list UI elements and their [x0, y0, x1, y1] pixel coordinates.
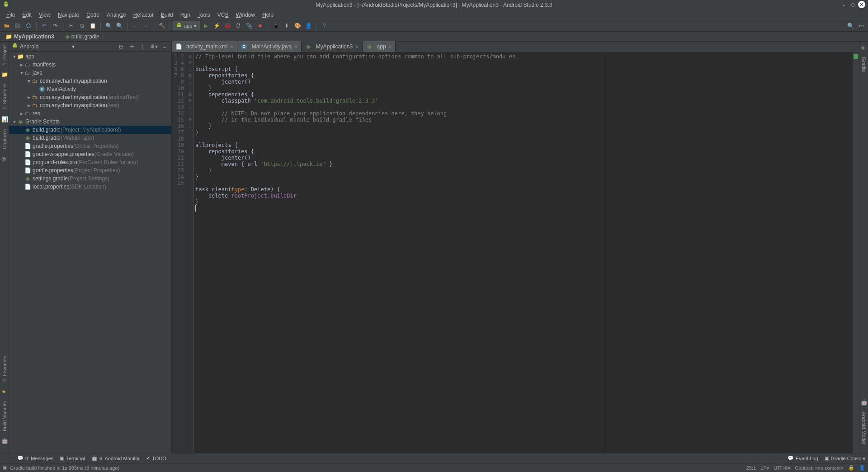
tree-row[interactable]: ▾📁app [9, 52, 171, 61]
project-tree[interactable]: ▾📁app▸🗀manifests▾🗀java▾🗀com.anychart.mya… [9, 52, 171, 453]
status-line-separator[interactable]: LF≠ [760, 465, 769, 471]
tree-row[interactable]: ◉settings.gradle (Project Settings) [9, 175, 171, 183]
tool-structure[interactable]: 7: Structure [2, 84, 7, 110]
tool-messages[interactable]: 💬0: Messages [17, 455, 53, 461]
tree-row[interactable]: ◉build.gradle (Module: app) [9, 134, 171, 142]
back-icon[interactable]: ← [130, 21, 140, 31]
gear-icon[interactable]: ⚙▾ [150, 42, 158, 51]
attach-icon[interactable]: 📎 [244, 21, 254, 31]
hide-icon[interactable]: ⫠ [160, 42, 169, 51]
expand-icon[interactable]: ▾ [19, 70, 24, 76]
expand-icon[interactable]: ▾ [12, 118, 17, 125]
avd-icon[interactable]: 📱 [271, 21, 281, 31]
close-tab-icon[interactable]: × [389, 44, 392, 49]
tool-build-variants[interactable]: Build Variants [2, 401, 7, 431]
tool-event-log[interactable]: 💬Event Log [788, 455, 818, 461]
make-icon[interactable]: 🔨 [157, 21, 167, 31]
tool-project[interactable]: 1: Project [2, 44, 7, 65]
tool-android-monitor[interactable]: 🤖6: Android Monitor [91, 455, 140, 461]
status-encoding[interactable]: UTF-8≠ [774, 465, 790, 471]
lock-icon[interactable]: 🔒 [848, 465, 854, 471]
tool-android-model[interactable]: Android Model [861, 412, 867, 444]
project-view-selector[interactable]: Android ▾ [12, 42, 114, 50]
tree-row[interactable]: ▸🗀com.anychart.myapplication (androidTes… [9, 93, 171, 101]
tree-row[interactable]: 📄proguard-rules.pro (ProGuard Rules for … [9, 158, 171, 166]
code-editor[interactable]: // Top-level build file where you can ad… [193, 52, 606, 453]
tool-terminal[interactable]: ▣Terminal [60, 455, 85, 461]
run-config-selector[interactable]: app ▾ [173, 21, 200, 30]
close-tab-icon[interactable]: × [355, 44, 358, 49]
tree-row[interactable]: CMainActivity [9, 85, 171, 93]
sync-icon[interactable] [24, 21, 33, 31]
tree-row[interactable]: ▾◉Gradle Scripts [9, 118, 171, 126]
menu-run[interactable]: Run [177, 11, 194, 19]
search-everywhere-icon[interactable]: 🔍 [845, 21, 855, 31]
expand-icon[interactable]: ▸ [26, 94, 32, 100]
tool-captures[interactable]: Captures [2, 129, 7, 149]
tree-row[interactable]: 📄local.properties (SDK Location) [9, 183, 171, 191]
open-icon[interactable] [2, 21, 12, 31]
save-all-icon[interactable] [13, 21, 23, 31]
tree-row[interactable]: ▸🗀com.anychart.myapplication (test) [9, 101, 171, 109]
minimize-button[interactable]: ⌄ [840, 1, 847, 8]
debug-icon[interactable]: 🐞 [222, 21, 232, 31]
find-icon[interactable]: 🔍 [104, 21, 113, 31]
menu-edit[interactable]: Edit [19, 11, 35, 19]
menu-window[interactable]: Window [232, 11, 259, 19]
help-icon[interactable]: ? [319, 21, 329, 31]
close-tab-icon[interactable]: × [294, 44, 297, 49]
menu-analyze[interactable]: Analyze [103, 11, 130, 19]
device-icon[interactable]: 👤 [303, 21, 313, 31]
hector-icon[interactable]: 👤 [859, 465, 865, 471]
forward-icon[interactable]: → [141, 21, 151, 31]
menu-navigate[interactable]: Navigate [54, 11, 83, 19]
menu-code[interactable]: Code [83, 11, 103, 19]
copy-icon[interactable]: ⧉ [77, 21, 87, 31]
close-button[interactable]: ✕ [858, 1, 865, 8]
status-context[interactable]: Context: <no context> [795, 465, 844, 471]
cut-icon[interactable]: ✂ [66, 21, 76, 31]
tree-row[interactable]: 📄gradle.properties (Global Properties) [9, 142, 171, 150]
redo-icon[interactable]: ↷ [50, 21, 60, 31]
menu-view[interactable]: View [35, 11, 54, 19]
sdk-icon[interactable]: ⬇ [282, 21, 292, 31]
apply-changes-icon[interactable]: ⚡ [212, 21, 222, 31]
run-icon[interactable]: ▶ [201, 21, 211, 31]
toolbar-avatar-icon[interactable]: ▭ [856, 21, 866, 31]
menu-help[interactable]: Help [259, 11, 277, 19]
status-window-icon[interactable]: ▣ [3, 465, 7, 471]
editor-tab[interactable]: ◉app× [363, 41, 396, 52]
tree-row[interactable]: 📄gradle-wrapper.properties (Gradle Versi… [9, 150, 171, 158]
expand-icon[interactable]: ▾ [26, 78, 32, 84]
undo-icon[interactable]: ↶ [39, 21, 49, 31]
tree-row[interactable]: ▾🗀com.anychart.myapplication [9, 77, 171, 85]
menu-refactor[interactable]: Refactor [130, 11, 157, 19]
breadcrumb-file[interactable]: ◉ build.gradle [62, 33, 102, 40]
line-number-gutter[interactable]: 1 2 3 4 5 6 7 8 9 10 11 12 13 14 15 16 1… [172, 52, 187, 453]
scroll-from-source-icon[interactable]: ✛ [128, 42, 136, 51]
tree-row[interactable]: ▸🗀manifests [9, 61, 171, 69]
profile-icon[interactable]: ⏱ [233, 21, 243, 31]
expand-icon[interactable]: ▾ [12, 53, 17, 60]
expand-icon[interactable]: ▸ [26, 102, 32, 109]
tool-todo[interactable]: ✔TODO [146, 455, 166, 461]
expand-icon[interactable]: ▸ [19, 61, 24, 68]
breadcrumb-project[interactable]: 📁 MyApplication3 [3, 33, 57, 40]
paste-icon[interactable]: 📋 [88, 21, 98, 31]
maximize-button[interactable]: ◇ [849, 1, 856, 8]
editor-tab[interactable]: ◉MyApplication3× [302, 41, 363, 52]
replace-icon[interactable]: 🔍 [114, 21, 124, 31]
editor-tab[interactable]: CMainActivity.java× [237, 41, 302, 52]
layout-icon[interactable]: 🎨 [292, 21, 302, 31]
tree-row[interactable]: ▾🗀java [9, 69, 171, 77]
menu-tools[interactable]: Tools [194, 11, 214, 19]
status-cursor[interactable]: 25:1 [746, 465, 756, 471]
menu-build[interactable]: Build [157, 11, 177, 19]
menu-vcs[interactable]: VCS [214, 11, 232, 19]
expand-icon[interactable]: ▸ [19, 110, 24, 117]
close-tab-icon[interactable]: × [230, 44, 233, 49]
tool-favorites[interactable]: 2: Favorites [2, 356, 7, 382]
collapse-all-icon[interactable]: ⊟ [117, 42, 125, 51]
tool-gradle-console[interactable]: ▣Gradle Console [825, 455, 865, 461]
tree-row[interactable]: 📄gradle.properties (Project Properties) [9, 166, 171, 175]
